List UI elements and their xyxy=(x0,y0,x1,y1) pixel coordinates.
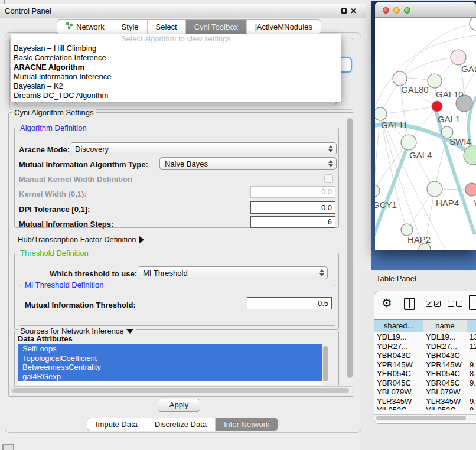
network-node-label: GAL4 xyxy=(409,150,432,160)
network-window-titlebar[interactable] xyxy=(375,2,476,18)
bottom-tabbar: Impute DataDiscretize DataInfer Network xyxy=(87,418,278,431)
bottom-tab-item[interactable]: Infer Network xyxy=(216,418,278,431)
mi-steps-label: Mutual Information Steps: xyxy=(19,220,113,229)
mi-type-combobox[interactable]: Naive Bayes xyxy=(159,157,337,170)
tab-item[interactable]: Select xyxy=(148,20,186,34)
network-window: GALGAL80GAL10GAL1GAL11SWI4GAL4GCY1HAP4YH… xyxy=(375,2,476,250)
table-row[interactable]: YIL052C YIL052C 9. xyxy=(374,406,476,410)
network-node[interactable] xyxy=(375,107,387,120)
tab-item[interactable]: jActiveMNodules xyxy=(247,20,321,34)
app-root: Control Panel ✕ galFiltered.sif default … xyxy=(0,0,476,450)
aracne-mode-combobox[interactable]: Discovery xyxy=(70,142,337,155)
table-row[interactable]: YPR145W YPR145W 9. xyxy=(374,360,476,370)
table-row[interactable]: YDR27... YDR27... 12 xyxy=(374,342,476,351)
algorithm-popup-item[interactable]: Mutual Information Inference xyxy=(11,72,341,81)
hub-definition-expander[interactable]: Hub/Transcription Factor Definition xyxy=(18,235,144,244)
combobox-stepper-icon xyxy=(318,269,327,276)
algorithm-popup-item[interactable]: ARACNE Algorithm xyxy=(11,63,341,72)
table-row[interactable]: YER054C YER054C 8. xyxy=(374,369,476,379)
unchecked-checkbox-icon[interactable] xyxy=(456,301,462,307)
network-canvas[interactable]: GALGAL80GAL10GAL1GAL11SWI4GAL4GCY1HAP4YH… xyxy=(375,18,476,250)
cyni-algorithm-settings-title: Cyni Algorithm Settings xyxy=(12,109,96,116)
mi-type-label: Mutual Information Algorithm Type: xyxy=(19,160,148,169)
gear-icon[interactable]: ⚙ xyxy=(382,296,392,310)
checked-checkbox-icon[interactable]: ✓ xyxy=(426,301,432,307)
tab-item[interactable]: Style xyxy=(113,20,148,34)
tab-item[interactable]: Network xyxy=(57,20,113,34)
algorithm-popup-item[interactable]: Bayesian – K2 xyxy=(11,81,341,91)
table-column-header[interactable]: shared... xyxy=(374,320,423,332)
network-node-label: Y xyxy=(473,198,476,208)
dpi-tolerance-input[interactable]: 0.0 xyxy=(250,201,335,214)
table-row[interactable]: YLR345W YLR345W 9. xyxy=(374,397,476,406)
network-node[interactable] xyxy=(451,50,466,65)
network-node[interactable] xyxy=(401,224,413,236)
network-node[interactable] xyxy=(401,135,416,150)
tab-item[interactable]: Cyni Toolbox xyxy=(186,20,247,34)
table-panel-title: Table Panel xyxy=(376,274,416,283)
data-attributes-list: SelfLoopsTopologicalCoefficientBetweenne… xyxy=(18,344,322,385)
algorithm-popup-title: Select algorithm to view settings xyxy=(11,34,341,44)
table-panel-card: ⚙ ✓ ✓ shared...name YDL19... YDL19... 13… xyxy=(374,291,476,424)
network-node[interactable] xyxy=(470,18,476,30)
control-panel-tabbar: Network Style Select Cyni Toolbox jActiv… xyxy=(57,19,321,35)
checked-checkbox-icon[interactable]: ✓ xyxy=(434,301,441,307)
float-panel-icon[interactable] xyxy=(341,8,347,14)
unchecked-checkbox-icon[interactable] xyxy=(448,301,454,307)
network-node-label: GCY1 xyxy=(375,200,397,210)
close-traffic-light-icon[interactable] xyxy=(383,7,389,14)
mi-threshold-label: Mutual Information Threshold: xyxy=(25,301,136,309)
network-node-label: GAL10 xyxy=(436,89,464,99)
table-rows: YDL19... YDL19... 13 YDR27... YDR27... 1… xyxy=(374,332,476,410)
apply-button[interactable]: Apply xyxy=(158,399,200,412)
data-attribute-item[interactable]: TopologicalCoefficient xyxy=(18,354,322,363)
kernel-width-input[interactable]: 0.0 xyxy=(250,186,335,198)
data-attribute-item[interactable]: gal4RGexp xyxy=(18,372,322,381)
data-attribute-item[interactable]: BetweennessCentrality xyxy=(18,363,322,372)
network-node[interactable] xyxy=(465,183,476,196)
network-node[interactable] xyxy=(375,185,380,197)
control-panel-header: Control Panel ✕ xyxy=(0,4,366,18)
columns-icon[interactable] xyxy=(404,298,415,310)
manual-kernel-label: Manual Kernel Width Definition xyxy=(19,175,132,184)
network-node[interactable] xyxy=(427,181,442,197)
settings-horizontal-scrollbar-thumb[interactable] xyxy=(12,388,349,393)
table-column-header[interactable]: name xyxy=(423,320,467,332)
manual-kernel-checkbox[interactable] xyxy=(324,174,333,183)
algorithm-definition-title: Algorithm Definition xyxy=(18,124,89,132)
expander-arrow-icon xyxy=(139,236,144,243)
bottom-tab-item[interactable]: Impute Data xyxy=(87,418,146,431)
table-row[interactable]: YBL079W YBL079W xyxy=(374,387,476,397)
close-icon[interactable]: ✕ xyxy=(350,4,357,18)
mi-threshold-input[interactable]: 0.5 xyxy=(247,297,332,309)
bottom-tab-item[interactable]: Discretize Data xyxy=(146,418,216,431)
mi-steps-input[interactable]: 6 xyxy=(250,216,335,228)
attribute-list-scrollbar[interactable] xyxy=(323,346,328,381)
settings-horizontal-scrollbar[interactable] xyxy=(11,386,354,393)
network-node-label: SWI4 xyxy=(449,136,471,146)
table-toolbar: ⚙ ✓ ✓ xyxy=(374,291,476,318)
table-row[interactable]: YBR045C YBR045C 9. xyxy=(374,379,476,388)
settings-vertical-scrollbar[interactable] xyxy=(347,118,353,378)
algorithm-popup-item[interactable]: Bayesian – Hill Climbing xyxy=(11,44,341,53)
table-row[interactable]: YDL19... YDL19... 13 xyxy=(374,332,476,342)
window-edge-notch xyxy=(4,0,5,4)
zoom-traffic-light-icon[interactable] xyxy=(404,7,410,14)
combobox-stepper-icon xyxy=(327,160,336,167)
network-node[interactable] xyxy=(428,74,442,88)
network-node[interactable] xyxy=(393,71,407,86)
table-horizontal-scrollbar[interactable] xyxy=(374,414,476,421)
bottom-left-widget[interactable] xyxy=(2,444,14,450)
kernel-width-label: Kernel Width (0,1): xyxy=(19,190,87,198)
table-horizontal-scrollbar-thumb[interactable] xyxy=(376,416,466,420)
network-node-label: HAP4 xyxy=(436,198,459,208)
table-row[interactable]: YBR043C YBR043C xyxy=(374,351,476,360)
which-threshold-combobox[interactable]: MI Threshold xyxy=(138,266,328,279)
data-attribute-item[interactable]: SelfLoops xyxy=(18,344,322,354)
minimize-traffic-light-icon[interactable] xyxy=(393,7,400,14)
algorithm-popup-item[interactable]: Dream8 DC_TDC Algorithm xyxy=(11,91,341,100)
document-icon[interactable] xyxy=(469,295,476,310)
network-node[interactable] xyxy=(432,101,442,112)
table-column-header[interactable] xyxy=(467,320,476,332)
algorithm-popup-item[interactable]: Basic Correlation Inference xyxy=(11,53,341,63)
